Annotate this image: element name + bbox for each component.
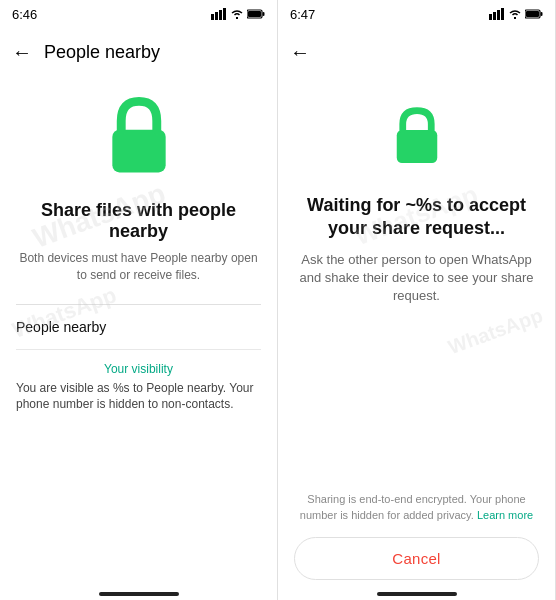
bottom-section: Sharing is end-to-end encrypted. Your ph…	[278, 492, 555, 580]
svg-rect-9	[493, 12, 496, 20]
svg-rect-7	[112, 130, 165, 173]
svg-rect-11	[501, 8, 504, 20]
signal-icon	[211, 8, 227, 20]
back-button-2[interactable]: ←	[290, 41, 310, 64]
battery-icon	[247, 9, 265, 19]
top-bar-2: ←	[278, 28, 555, 76]
cancel-button[interactable]: Cancel	[294, 537, 539, 580]
bottom-indicator-2	[278, 584, 555, 600]
visibility-section-label: Your visibility	[104, 362, 173, 376]
svg-rect-0	[211, 14, 214, 20]
wifi-icon	[230, 9, 244, 19]
svg-rect-1	[215, 12, 218, 20]
status-bar-1: 6:46	[0, 0, 277, 28]
status-time-1: 6:46	[12, 7, 37, 22]
lock-icon-large	[99, 96, 179, 200]
lock-icon-medium	[387, 106, 447, 194]
status-time-2: 6:47	[290, 7, 315, 22]
svg-rect-15	[396, 130, 437, 163]
svg-rect-5	[263, 12, 265, 16]
share-subtitle: Both devices must have People nearby ope…	[16, 250, 261, 284]
svg-rect-14	[526, 11, 539, 17]
bottom-bar-2	[377, 592, 457, 596]
page-title-1: People nearby	[44, 42, 160, 63]
people-nearby-list-item[interactable]: People nearby	[16, 305, 261, 350]
screen-waiting: 6:47 ←	[278, 0, 556, 600]
share-title: Share files with people nearby	[16, 200, 261, 242]
signal-icon-2	[489, 8, 505, 20]
status-icons-1	[211, 8, 265, 20]
visibility-text: You are visible as %s to People nearby. …	[16, 380, 261, 414]
wifi-icon-2	[508, 9, 522, 19]
bottom-bar-1	[99, 592, 179, 596]
waiting-subtitle: Ask the other person to open WhatsApp an…	[298, 251, 535, 306]
screen-people-nearby: 6:46 ← People nearby	[0, 0, 278, 600]
svg-rect-2	[219, 10, 222, 20]
privacy-text: Sharing is end-to-end encrypted. Your ph…	[294, 492, 539, 523]
learn-more-link[interactable]: Learn more	[477, 509, 533, 521]
svg-rect-8	[489, 14, 492, 20]
status-icons-2	[489, 8, 543, 20]
screen1-main-content: Share files with people nearby Both devi…	[0, 76, 277, 584]
svg-rect-13	[541, 12, 543, 16]
status-bar-2: 6:47	[278, 0, 555, 28]
battery-icon-2	[525, 9, 543, 19]
back-button-1[interactable]: ←	[12, 41, 32, 64]
svg-rect-6	[248, 11, 261, 17]
top-bar-1: ← People nearby	[0, 28, 277, 76]
watermark-4-container: WhatsApp	[446, 320, 545, 343]
watermark-container: WhatsApp	[278, 200, 555, 231]
svg-rect-3	[223, 8, 226, 20]
svg-rect-10	[497, 10, 500, 20]
bottom-indicator-1	[0, 584, 277, 600]
